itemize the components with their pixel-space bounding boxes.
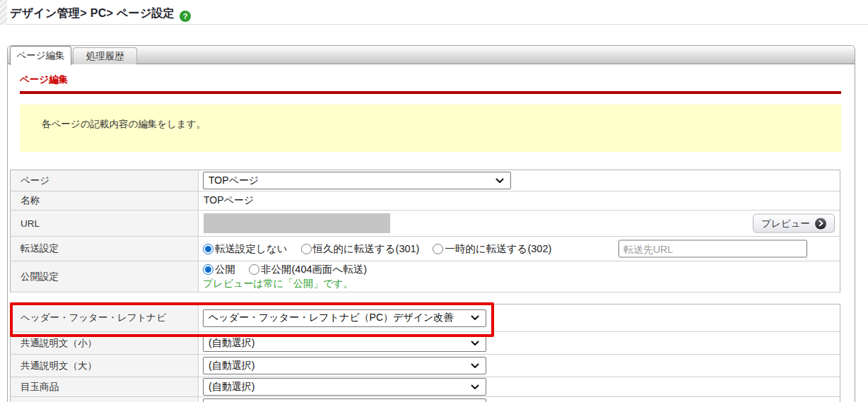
table-row-redirect: 転送設定 転送設定しない 恒久的に転送する(301) 一時的に転送する(302) [11,237,840,261]
radio-redirect-301[interactable] [301,244,312,254]
url-redacted-value [204,213,390,233]
preview-button[interactable]: プレビュー [753,214,835,233]
next-row-value [199,397,840,402]
help-icon[interactable] [180,11,191,22]
url-row-label: URL [11,211,199,236]
table-row-desc-small: 共通説明文（小） (自動選択) [11,332,840,355]
page-parts-table: ヘッダー・フッター・レフトナビ ヘッダー・フッター・レフトナビ（PC）デザイン改… [10,304,840,402]
chevron-down-icon [471,384,479,390]
radio-public[interactable] [203,264,213,275]
chevron-down-icon [495,178,504,184]
radio-private[interactable] [249,264,259,275]
publish-note: プレビューは常に「公開」です。 [203,278,353,290]
table-row-featured: 目玉商品 (自動選択) [11,377,840,397]
section-underline [20,91,841,94]
name-row-label: 名称 [11,191,199,210]
table-row-url: URL プレビュー [11,211,840,237]
header-footer-select[interactable]: ヘッダー・フッター・レフトナビ（PC）デザイン改善 [203,309,486,327]
desc-large-row-value: (自動選択) [199,355,840,377]
featured-select-value: (自動選択) [209,381,254,394]
redirect-row-value: 転送設定しない 恒久的に転送する(301) 一時的に転送する(302) [199,237,840,261]
radio-redirect-301-label: 恒久的に転送する(301) [313,242,420,256]
featured-row-value: (自動選択) [199,377,840,396]
desc-large-select[interactable]: (自動選択) [203,357,486,374]
desc-large-row-label: 共通説明文（大） [11,355,199,377]
tab-page-edit[interactable]: ページ編集 [10,46,71,65]
next-row-label [11,397,199,402]
tab-bar: ページ編集 処理履歴 [8,46,855,64]
page-header: デザイン管理> PC> ページ設定 [0,0,868,25]
redirect-row-label: 転送設定 [11,237,199,261]
page-title: デザイン管理> PC> ページ設定 [10,6,175,21]
section-title: ページ編集 [20,73,855,86]
page-select[interactable]: TOPページ [203,172,511,189]
desc-small-select-value: (自動選択) [209,337,254,350]
header-footer-row-label: ヘッダー・フッター・レフトナビ [11,305,199,331]
tab-history[interactable]: 処理履歴 [73,47,137,64]
name-value-text: TOPページ [203,194,254,207]
desc-small-row-label: 共通説明文（小） [11,332,199,354]
header-footer-select-value: ヘッダー・フッター・レフトナビ（PC）デザイン改善 [209,312,453,324]
notice-text: 各ページの記載内容の編集をします。 [42,119,206,129]
radio-redirect-302[interactable] [433,244,443,254]
page-select-value: TOPページ [209,175,259,187]
desc-large-select-value: (自動選択) [209,360,254,372]
radio-no-redirect-label: 転送設定しない [215,242,288,256]
table-row-desc-large: 共通説明文（大） (自動選択) [11,355,840,377]
chevron-down-icon [471,363,479,369]
page-row-value: TOPページ [199,170,840,191]
url-row-value: プレビュー [199,211,840,236]
next-select[interactable] [203,398,486,402]
page-edge-hatch [0,0,7,25]
chevron-down-icon [471,341,479,346]
name-row-value: TOPページ [199,191,840,210]
publish-row-label: 公開設定 [11,261,199,292]
chevron-down-icon [471,315,479,321]
table-row-name: 名称 TOPページ [11,191,840,211]
table-row-page: ページ TOPページ [11,170,840,191]
page-settings-table: ページ TOPページ 名称 TOPページ URL プレビュー [10,170,840,292]
table-row-header-footer: ヘッダー・フッター・レフトナビ ヘッダー・フッター・レフトナビ（PC）デザイン改… [11,305,840,332]
arrow-right-circle-icon [815,218,826,229]
radio-public-label: 公開 [215,263,235,276]
content-panel: ページ編集 処理履歴 ページ編集 各ページの記載内容の編集をします。 ページ T… [7,45,855,402]
publish-row-value: 公開 非公開(404画面へ転送) プレビューは常に「公開」です。 [199,261,840,292]
preview-button-label: プレビュー [761,217,810,230]
featured-select[interactable]: (自動選択) [203,378,486,396]
desc-small-select[interactable]: (自動選択) [203,334,486,352]
table-row-next-clipped [11,397,840,402]
radio-no-redirect[interactable] [203,244,213,254]
redirect-url-input[interactable] [618,240,807,258]
header-footer-row-value: ヘッダー・フッター・レフトナビ（PC）デザイン改善 [199,305,840,331]
radio-redirect-302-label: 一時的に転送する(302) [445,242,551,256]
radio-private-label: 非公開(404画面へ転送) [261,263,367,276]
featured-row-label: 目玉商品 [11,377,199,396]
page-row-label: ページ [11,170,199,191]
desc-small-row-value: (自動選択) [199,332,840,354]
table-row-publish: 公開設定 公開 非公開(404画面へ転送) プレビューは常に「公開」です。 [11,261,840,292]
notice-box: 各ページの記載内容の編集をします。 [20,105,841,152]
